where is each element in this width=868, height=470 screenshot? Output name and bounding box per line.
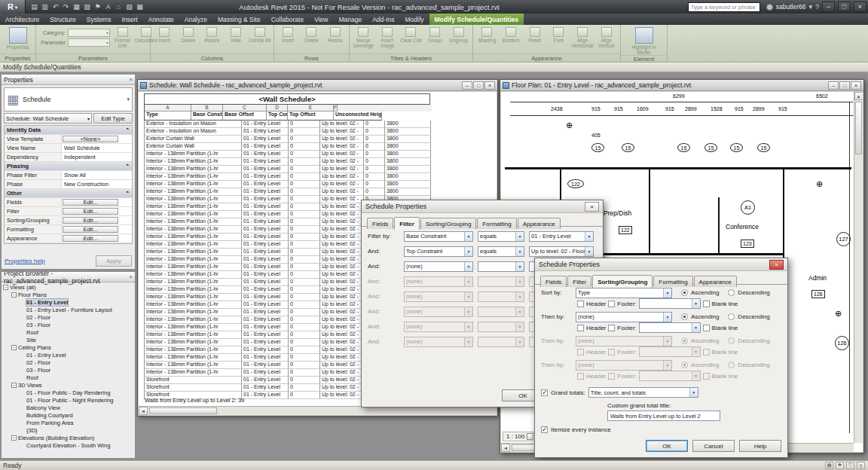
filter-icon[interactable]: ▽ — [846, 462, 854, 469]
ribbon-button[interactable]: Unhide All — [248, 26, 271, 43]
schedule-row[interactable]: Exterior Curtain Wall 01 - Entry Level 0… — [144, 136, 432, 143]
tree-expand-icon[interactable]: − — [11, 435, 17, 441]
ribbon-button[interactable]: Insert — [153, 26, 176, 43]
schedule-row[interactable]: Exterior - Insulation on Mason 01 - Entr… — [144, 128, 432, 136]
footer-checkbox[interactable] — [608, 325, 615, 331]
property-row[interactable]: Phase New Construction — [5, 180, 132, 189]
tree-expand-icon[interactable]: − — [11, 292, 17, 298]
blank-line-checkbox[interactable] — [703, 349, 710, 356]
browser-tree-item[interactable]: − 03 - Floor — [2, 366, 135, 374]
window-close-button[interactable]: × — [484, 81, 495, 90]
vertical-scrollbar[interactable]: ▲ — [854, 92, 863, 443]
window-minimize-button[interactable]: – — [462, 81, 472, 90]
minimize-button[interactable]: – — [822, 2, 835, 12]
column-header-cell[interactable]: Top Offset — [288, 111, 334, 121]
property-row[interactable]: Other — [5, 189, 132, 198]
sort-field-dropdown[interactable]: (none)▼ — [576, 360, 672, 371]
window-restore-button[interactable]: □ — [473, 81, 484, 90]
edit-type-button[interactable]: Edit Type — [93, 113, 133, 124]
ribbon-button[interactable]: Hide — [225, 26, 248, 43]
cancel-button[interactable]: Cancel — [692, 440, 735, 452]
browser-tree-item[interactable]: − Site — [2, 336, 135, 343]
search-input[interactable]: Type a keyword or phrase — [688, 2, 760, 12]
sort-field-dropdown[interactable]: (none)▼ — [576, 336, 672, 346]
floorplan-window-titlebar[interactable]: Floor Plan: 01 - Entry Level - rac_advan… — [500, 80, 863, 91]
grand-totals-checkbox[interactable] — [541, 389, 548, 396]
footer-checkbox[interactable] — [608, 373, 615, 380]
filter-operator-dropdown[interactable]: ▼ — [478, 291, 524, 302]
ribbon-button[interactable]: Merge Unmerge — [352, 26, 375, 48]
browser-tree-item[interactable]: − Roof — [2, 328, 135, 336]
footer-dropdown[interactable]: ▼ — [639, 371, 701, 381]
wall[interactable] — [718, 197, 720, 255]
schedule-window-titlebar[interactable]: Schedule: Wall Schedule - rac_advanced_s… — [138, 80, 497, 91]
header-checkbox[interactable] — [577, 325, 584, 331]
highlight-in-model-button[interactable]: Highlight in Model — [629, 26, 659, 55]
undo-icon[interactable]: ↶ — [50, 2, 60, 12]
dialog-tab[interactable]: Formatting — [477, 218, 516, 229]
descending-radio[interactable] — [728, 289, 735, 296]
filter-field-dropdown[interactable]: (none)▼ — [404, 337, 473, 347]
filter-operator-dropdown[interactable]: equals▼ — [478, 231, 524, 242]
footer-checkbox[interactable] — [608, 301, 615, 307]
title-bar[interactable]: R ▾ ▤▥↶↷▦▧⚑A⌂▨▩ Autodesk Revit 2015 - No… — [0, 0, 868, 14]
column-letter[interactable]: D — [267, 105, 288, 111]
filter-value-dropdown[interactable]: 01 - Entry Level▼ — [529, 231, 594, 242]
browser-tree-item[interactable]: − Roof — [2, 374, 135, 381]
ascending-radio[interactable] — [681, 313, 688, 320]
filter-operator-dropdown[interactable]: ▼ — [478, 307, 524, 317]
close-icon[interactable]: × — [769, 260, 784, 270]
sort-field-dropdown[interactable]: Type▼ — [576, 288, 672, 298]
schedule-row[interactable]: Interior - 138mm Partition (1-hr 01 - En… — [144, 188, 432, 196]
ribbon-button[interactable]: Format Unit — [111, 26, 134, 48]
window-restore-button[interactable]: □ — [839, 81, 850, 90]
close-icon[interactable]: × — [129, 76, 133, 83]
detail-level-icon[interactable] — [527, 433, 533, 440]
dialog-tab[interactable]: Filter — [567, 276, 591, 287]
browser-tree-item[interactable]: − 02 - Floor — [2, 359, 135, 366]
application-menu-button[interactable]: R ▾ — [0, 0, 26, 14]
filter-value-dropdown[interactable]: Up to level: 02 - Floor▼ — [529, 246, 594, 257]
property-row[interactable]: Appearance Edit... — [5, 234, 132, 243]
property-row[interactable]: Dependency Independent — [5, 153, 132, 162]
grand-totals-dropdown[interactable]: Title, count, and totals▼ — [588, 387, 698, 398]
print-icon[interactable]: ▦ — [72, 2, 81, 12]
scrollbar-thumb[interactable] — [149, 407, 217, 414]
descending-radio[interactable] — [728, 313, 735, 320]
ribbon-tab[interactable]: Insert — [116, 14, 142, 25]
property-row[interactable]: Fields Edit... — [5, 198, 132, 207]
itemize-checkbox[interactable] — [541, 426, 548, 433]
measure-icon[interactable]: ▧ — [82, 2, 92, 12]
property-row[interactable]: Sorting/Grouping Edit... — [5, 216, 132, 225]
browser-tree-item[interactable]: − From Parking Area — [2, 419, 135, 426]
tree-expand-icon[interactable]: − — [11, 345, 17, 350]
column-letter[interactable]: B — [191, 105, 223, 111]
ribbon-button[interactable]: Resize — [200, 26, 224, 43]
column-letter[interactable]: E — [288, 105, 334, 111]
filter-field-dropdown[interactable]: Top Constraint▼ — [404, 246, 473, 257]
panel-caption[interactable]: Element — [621, 55, 667, 63]
ribbon-tab[interactable]: Collaborate — [266, 14, 309, 25]
dialog-tab[interactable]: Formatting — [653, 276, 692, 287]
ribbon-tab[interactable]: Manage — [333, 14, 367, 25]
schedule-title-cell[interactable]: <Wall Schedule> — [144, 93, 430, 105]
section-icon[interactable]: ▨ — [124, 2, 134, 12]
scroll-up-icon[interactable]: ▲ — [854, 92, 863, 100]
descending-radio[interactable] — [728, 362, 735, 368]
column-letter[interactable]: C — [223, 105, 267, 111]
column-letter[interactable]: F — [334, 105, 338, 111]
dialog-tab[interactable]: Sorting/Grouping — [592, 275, 653, 288]
help-icon[interactable]: ? — [815, 3, 819, 11]
browser-tree-item[interactable]: − 01 - Floor Public - Day Rendering — [2, 389, 135, 396]
browser-tree-item[interactable]: − 02 - Floor — [2, 313, 135, 321]
wall[interactable] — [649, 167, 650, 255]
property-row[interactable]: Phasing — [5, 162, 132, 171]
column-letter[interactable]: A — [145, 105, 191, 111]
ribbon-button[interactable]: Delete — [300, 26, 322, 43]
header-checkbox[interactable] — [577, 349, 584, 356]
column-header-cell[interactable]: Unconnected Heig — [334, 111, 382, 121]
ascending-radio[interactable] — [681, 337, 688, 344]
dialog-tab[interactable]: Appearance — [694, 276, 737, 287]
ribbon-tab[interactable]: Annotate — [143, 14, 179, 25]
ribbon-button[interactable]: Delete — [177, 26, 200, 43]
